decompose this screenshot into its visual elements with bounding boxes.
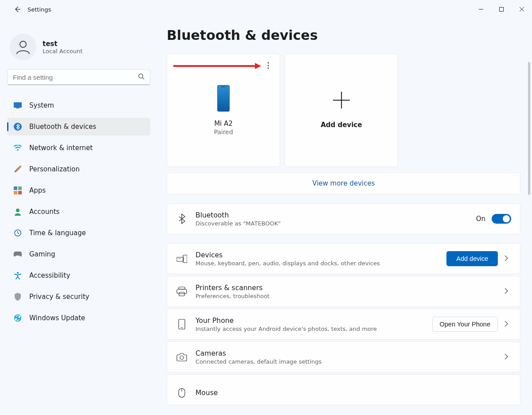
clock-icon <box>13 229 22 237</box>
search-input[interactable] <box>13 74 138 81</box>
nav-item-accessibility[interactable]: Accessibility <box>7 267 150 284</box>
camera-icon <box>176 353 188 361</box>
nav-item-time[interactable]: Time & language <box>7 224 150 242</box>
cameras-title: Cameras <box>196 349 496 357</box>
nav-label: System <box>29 101 54 109</box>
svg-rect-22 <box>176 257 184 261</box>
phone-outline-icon <box>176 319 188 330</box>
cameras-subtitle: Connected cameras, default image setting… <box>196 358 496 365</box>
view-more-label: View more devices <box>312 179 375 187</box>
bluetooth-subtitle: Discoverable as "MATEBOOK" <box>196 220 468 227</box>
window-controls <box>471 0 532 19</box>
add-device-button[interactable]: Add device <box>446 251 498 266</box>
search-box[interactable] <box>7 69 150 85</box>
profile-name: test <box>43 40 82 48</box>
bluetooth-title: Bluetooth <box>196 211 468 219</box>
svg-rect-9 <box>18 186 22 190</box>
svg-point-12 <box>16 209 20 212</box>
page-title: Bluetooth & devices <box>167 27 520 43</box>
maximize-button[interactable] <box>491 0 512 19</box>
more-vertical-icon <box>265 62 271 70</box>
svg-point-15 <box>17 272 19 274</box>
add-device-tile[interactable]: Add device <box>285 54 398 167</box>
svg-marker-21 <box>255 63 261 69</box>
cameras-card[interactable]: Cameras Connected cameras, default image… <box>167 341 520 372</box>
brush-icon <box>13 165 22 174</box>
nav-item-network[interactable]: Network & internet <box>7 139 150 157</box>
svg-point-6 <box>17 149 19 151</box>
minimize-button[interactable] <box>471 0 491 19</box>
nav-item-bluetooth[interactable]: Bluetooth & devices <box>7 118 150 136</box>
profile-block[interactable]: test Local Account <box>7 34 150 60</box>
chevron-right-icon <box>504 321 511 328</box>
mouse-icon <box>176 388 188 398</box>
phone-card[interactable]: Your Phone Instantly access your Android… <box>167 309 520 340</box>
svg-point-25 <box>180 258 181 259</box>
back-button[interactable] <box>9 1 26 18</box>
wifi-icon <box>13 144 22 152</box>
bluetooth-state-label: On <box>476 215 485 223</box>
device-name: Mi A2 <box>214 120 233 128</box>
devices-title: Devices <box>196 251 438 259</box>
devices-card[interactable]: Devices Mouse, keyboard, pen, audio, dis… <box>167 243 520 274</box>
nav-item-personalization[interactable]: Personalization <box>7 160 150 178</box>
nav-label: Gaming <box>29 250 55 258</box>
svg-rect-10 <box>14 191 17 194</box>
view-more-devices-button[interactable]: View more devices <box>167 172 520 194</box>
accounts-icon <box>13 207 22 216</box>
printers-card[interactable]: Printers & scanners Preferences, trouble… <box>167 276 520 307</box>
svg-rect-27 <box>179 287 185 289</box>
svg-rect-28 <box>177 289 187 294</box>
devices-subtitle: Mouse, keyboard, pen, audio, displays an… <box>196 260 438 267</box>
scrollbar-thumb[interactable] <box>528 62 530 195</box>
nav-item-update[interactable]: Windows Update <box>7 309 150 327</box>
close-button[interactable] <box>512 0 532 19</box>
main-content: Bluetooth & devices Mi A2 Paired Add dev… <box>167 27 524 415</box>
svg-point-24 <box>179 258 180 259</box>
nav-label: Accounts <box>29 208 59 216</box>
nav-item-accounts[interactable]: Accounts <box>7 203 150 221</box>
mouse-card[interactable]: Mouse <box>167 374 520 405</box>
accessibility-icon <box>13 271 22 280</box>
svg-point-19 <box>268 68 269 69</box>
nav-label: Privacy & security <box>29 293 89 301</box>
svg-rect-4 <box>16 108 20 109</box>
svg-point-7 <box>15 171 16 172</box>
nav: System Bluetooth & devices Network & int… <box>7 97 150 330</box>
bluetooth-outline-icon <box>176 213 188 224</box>
nav-label: Apps <box>29 186 46 194</box>
nav-item-privacy[interactable]: Privacy & security <box>7 288 150 306</box>
plus-icon <box>333 92 350 109</box>
svg-point-17 <box>268 62 269 64</box>
svg-point-32 <box>180 356 184 360</box>
nav-item-apps[interactable]: Apps <box>7 182 150 199</box>
device-cards: Mi A2 Paired Add device <box>167 54 520 167</box>
device-more-button[interactable] <box>262 59 274 72</box>
svg-rect-0 <box>500 8 504 12</box>
nav-label: Windows Update <box>29 314 85 322</box>
printers-subtitle: Preferences, troubleshoot <box>196 293 496 299</box>
printer-icon <box>176 287 188 296</box>
printers-title: Printers & scanners <box>196 284 496 292</box>
open-phone-button[interactable]: Open Your Phone <box>432 317 498 332</box>
svg-point-23 <box>178 258 179 259</box>
nav-item-gaming[interactable]: Gaming <box>7 245 150 263</box>
bluetooth-card: Bluetooth Discoverable as "MATEBOOK" On <box>167 203 520 234</box>
mouse-title: Mouse <box>196 389 511 397</box>
device-tile[interactable]: Mi A2 Paired <box>167 54 280 167</box>
svg-rect-3 <box>14 102 22 108</box>
devices-icon <box>176 254 188 263</box>
svg-point-18 <box>268 65 269 66</box>
window-title: Settings <box>27 6 51 13</box>
gaming-icon <box>13 250 22 259</box>
bluetooth-toggle[interactable] <box>492 214 511 224</box>
shield-icon <box>13 292 22 301</box>
nav-label: Accessibility <box>29 271 70 279</box>
annotation-arrow <box>173 63 261 69</box>
avatar <box>10 34 36 60</box>
device-status: Paired <box>214 128 233 136</box>
nav-item-system[interactable]: System <box>7 97 150 114</box>
svg-rect-8 <box>14 186 17 190</box>
nav-label: Time & language <box>29 229 86 237</box>
svg-point-1 <box>20 41 26 47</box>
